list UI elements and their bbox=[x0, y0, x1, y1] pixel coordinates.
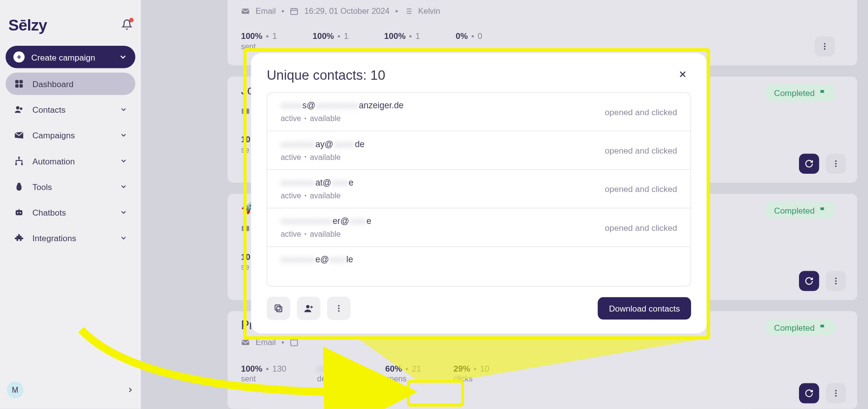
envelope-icon bbox=[241, 107, 250, 116]
status-badge: Completed bbox=[766, 84, 835, 101]
repeat-campaign-button[interactable] bbox=[799, 383, 819, 404]
chevron-down-icon bbox=[120, 234, 128, 242]
contact-row[interactable]: xxxxxxxxay@xxxxxdeactive•availableopened… bbox=[267, 131, 691, 170]
sidebar-item-label: Dashboard bbox=[33, 79, 73, 89]
svg-point-27 bbox=[835, 390, 836, 391]
contacts-more-button[interactable] bbox=[327, 297, 351, 320]
stat-clicks[interactable]: 0% • 0 bbox=[456, 31, 504, 51]
envelope-icon bbox=[241, 7, 250, 16]
stat-delivered[interactable]: xx% • 35 delivered bbox=[317, 364, 366, 383]
campaigns-icon bbox=[13, 130, 25, 140]
svg-rect-26 bbox=[291, 340, 298, 346]
svg-point-22 bbox=[835, 278, 836, 279]
stat-clicks[interactable]: 29% • 10 clicks bbox=[453, 364, 501, 383]
copy-icon bbox=[273, 303, 283, 313]
svg-point-11 bbox=[20, 212, 21, 214]
download-contacts-button[interactable]: Download contacts bbox=[598, 297, 691, 319]
contact-email: xxxxxxxxat@xxxxe bbox=[281, 178, 598, 188]
svg-point-14 bbox=[824, 43, 826, 44]
sidebar-item-contacts[interactable]: Contacts bbox=[5, 98, 135, 121]
svg-rect-31 bbox=[275, 305, 280, 310]
campaign-more-button[interactable] bbox=[815, 36, 835, 57]
sidebar-item-chatbots[interactable]: Chatbots bbox=[5, 201, 135, 223]
contact-status: opened and clicked bbox=[605, 146, 677, 155]
campaign-more-button[interactable] bbox=[826, 154, 846, 174]
plus-icon: + bbox=[13, 51, 25, 63]
close-icon bbox=[678, 69, 688, 79]
stat-sent[interactable]: 100% • 130 sent bbox=[241, 364, 297, 383]
stat-opens[interactable]: 60% • 21 opens bbox=[385, 364, 434, 383]
svg-point-35 bbox=[338, 310, 339, 312]
envelope-icon bbox=[241, 224, 250, 233]
chevron-down-icon bbox=[120, 208, 128, 216]
svg-rect-12 bbox=[242, 8, 249, 14]
close-button[interactable] bbox=[674, 67, 691, 83]
svg-point-20 bbox=[835, 165, 836, 167]
dashboard-icon bbox=[13, 79, 25, 89]
create-campaign-label: Create campaign bbox=[32, 52, 96, 62]
svg-point-10 bbox=[17, 212, 19, 214]
sidebar-item-dashboard[interactable]: Dashboard bbox=[5, 73, 135, 95]
svg-point-28 bbox=[835, 393, 836, 394]
kebab-icon bbox=[334, 304, 343, 313]
timestamp-label: 16:29, 01 October 2024 bbox=[304, 7, 390, 16]
sidebar-item-label: Campaigns bbox=[33, 130, 75, 140]
kebab-icon bbox=[832, 277, 840, 285]
status-badge: Completed bbox=[766, 319, 835, 336]
sidebar-item-label: Integrations bbox=[33, 233, 76, 243]
create-campaign-button[interactable]: + Create campaign bbox=[5, 46, 135, 68]
contact-sub: active•available bbox=[281, 114, 598, 123]
add-to-list-button[interactable] bbox=[297, 297, 321, 320]
contact-email: xxxxxxxxe@xxxxle bbox=[281, 255, 677, 265]
svg-rect-2 bbox=[15, 84, 19, 88]
chevron-down-icon bbox=[120, 131, 128, 139]
campaign-more-button[interactable] bbox=[826, 271, 846, 291]
notifications-bell[interactable] bbox=[121, 19, 133, 32]
add-user-icon bbox=[303, 303, 313, 313]
contact-row[interactable]: xxxxxxxxe@xxxxle bbox=[267, 247, 691, 273]
svg-point-15 bbox=[824, 46, 826, 47]
contact-status: opened and clicked bbox=[605, 184, 677, 193]
chevron-down-icon bbox=[119, 53, 128, 62]
contact-row[interactable]: xxxxxs@xxxxxxxxxxanzeiger.deactive•avail… bbox=[267, 93, 691, 131]
svg-rect-0 bbox=[15, 80, 19, 84]
stat-sent[interactable]: 100% • 1 sent bbox=[241, 31, 289, 51]
sidebar-item-automation[interactable]: Automation bbox=[5, 150, 135, 172]
contact-row[interactable]: xxxxxxxxat@xxxxeactive•availableopened a… bbox=[267, 170, 691, 208]
contact-sub: active•available bbox=[281, 229, 598, 238]
contact-status: opened and clicked bbox=[605, 222, 677, 232]
svg-point-16 bbox=[824, 48, 826, 50]
chevron-down-icon bbox=[120, 106, 128, 114]
copy-button[interactable] bbox=[267, 297, 290, 320]
sidebar-item-campaigns[interactable]: Campaigns bbox=[5, 124, 135, 146]
kebab-icon bbox=[832, 389, 840, 398]
envelope-icon bbox=[241, 338, 250, 347]
svg-rect-13 bbox=[291, 8, 298, 14]
contact-row[interactable]: xxxxxxxxxxxxer@xxxxeactive•availableopen… bbox=[267, 208, 691, 247]
svg-point-18 bbox=[835, 160, 836, 162]
campaign-more-button[interactable] bbox=[826, 383, 846, 404]
repeat-campaign-button[interactable] bbox=[799, 271, 819, 291]
stat-opens[interactable]: 100% • 1 bbox=[384, 31, 433, 51]
svg-point-33 bbox=[338, 305, 339, 307]
svg-rect-6 bbox=[18, 157, 20, 158]
svg-point-29 bbox=[835, 395, 836, 397]
calendar-icon bbox=[290, 338, 299, 347]
refresh-icon bbox=[804, 277, 813, 285]
stat-delivered[interactable]: 100% • 1 bbox=[312, 31, 361, 51]
svg-point-19 bbox=[835, 163, 836, 164]
sidebar-item-label: Chatbots bbox=[33, 208, 66, 217]
svg-rect-25 bbox=[242, 340, 249, 345]
contact-email: xxxxxxxxxxxxer@xxxxe bbox=[281, 216, 598, 226]
contacts-list[interactable]: xxxxxs@xxxxxxxxxxanzeiger.deactive•avail… bbox=[267, 92, 691, 286]
repeat-campaign-button[interactable] bbox=[799, 154, 819, 174]
sidebar-item-integrations[interactable]: Integrations bbox=[5, 227, 135, 249]
contact-status: opened and clicked bbox=[605, 107, 677, 116]
chevron-down-icon bbox=[120, 157, 128, 165]
chevron-right-icon bbox=[127, 386, 134, 394]
flag-icon bbox=[819, 206, 827, 214]
list-name-label: Kelvin bbox=[418, 7, 440, 16]
account-menu[interactable]: M bbox=[7, 379, 134, 401]
sidebar-item-tools[interactable]: Tools bbox=[5, 175, 135, 197]
contact-email: xxxxxxxxay@xxxxxde bbox=[281, 139, 598, 149]
